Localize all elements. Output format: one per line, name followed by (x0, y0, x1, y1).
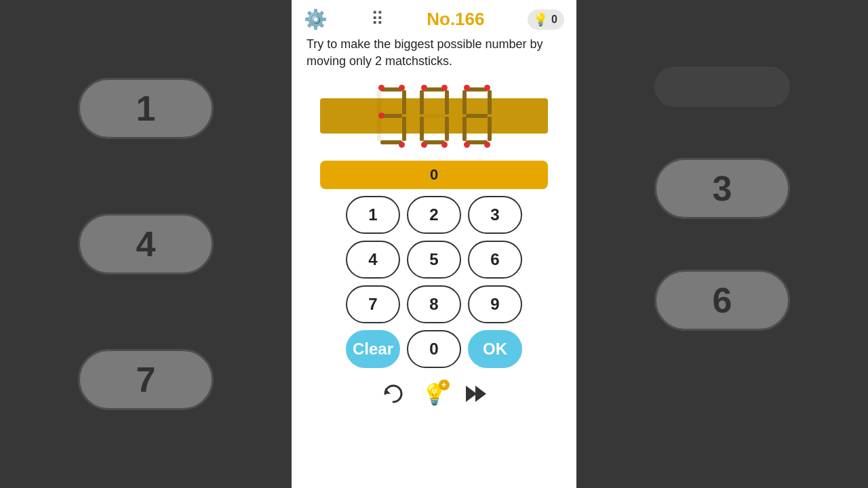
clear-button[interactable]: Clear (346, 330, 400, 368)
hint-count: 0 (551, 14, 557, 26)
svg-marker-2 (475, 386, 486, 402)
btn-8[interactable]: 8 (407, 285, 461, 323)
seg-bl-8 (462, 117, 467, 141)
bg-matchstick (654, 66, 790, 107)
matchstick-display (292, 75, 576, 157)
svg-marker-1 (466, 386, 477, 402)
btn-6[interactable]: 6 (468, 241, 522, 279)
seg-tl-0 (420, 90, 424, 115)
bg-left: 1 4 7 (0, 0, 292, 488)
seg-tr-8 (488, 90, 492, 115)
seg-tr-3 (402, 90, 406, 115)
digits-row (373, 87, 496, 145)
seg-tr-0 (445, 90, 449, 115)
seg-br-8 (488, 117, 492, 141)
numpad-row-3: 7 8 9 (346, 285, 522, 323)
dot (484, 142, 490, 148)
digit-0 (416, 87, 453, 145)
btn-4[interactable]: 4 (346, 241, 400, 279)
header: ⚙️ ⠿ No.166 💡 0 (292, 0, 576, 36)
numpad-row-4: Clear 0 OK (346, 330, 522, 368)
bg-num-3: 3 (654, 158, 790, 219)
numpad-row-2: 4 5 6 (346, 241, 522, 279)
add-hint-button[interactable]: 💡 + (422, 382, 447, 406)
seg-bl-0 (420, 117, 424, 141)
dot (399, 142, 405, 148)
bg-num-4: 4 (78, 214, 214, 274)
skip-button[interactable] (463, 382, 488, 406)
restart-button[interactable] (381, 382, 406, 406)
bg-num-7: 7 (78, 349, 214, 410)
btn-2[interactable]: 2 (407, 196, 461, 234)
dot (441, 85, 448, 91)
digit-3 (373, 87, 410, 145)
btn-5[interactable]: 5 (407, 241, 461, 279)
instruction-text: Try to make the biggest possible number … (292, 36, 576, 75)
bg-right: 3 6 (576, 0, 868, 488)
ok-button[interactable]: OK (468, 330, 522, 368)
dot (464, 142, 470, 148)
seg-tl-8 (462, 90, 467, 115)
dot (441, 142, 448, 148)
seg-bl-3 (377, 117, 381, 141)
skip-icon (463, 382, 488, 406)
dot (484, 85, 490, 91)
dot (464, 85, 470, 91)
dot (378, 85, 384, 91)
svg-marker-0 (385, 388, 391, 394)
numpad-row-1: 1 2 3 (346, 196, 522, 234)
plus-badge: + (439, 380, 450, 390)
bg-num-1: 1 (78, 78, 214, 139)
btn-3[interactable]: 3 (468, 196, 522, 234)
dot (378, 113, 384, 119)
puzzle-number: No.166 (427, 9, 484, 30)
btn-9[interactable]: 9 (468, 285, 522, 323)
digit-8 (458, 87, 496, 145)
seg-tl-3 (377, 90, 381, 115)
hint-bulb-icon: 💡 (533, 12, 548, 27)
btn-0[interactable]: 0 (407, 330, 461, 368)
seg-mid-0 (423, 114, 445, 118)
btn-1[interactable]: 1 (346, 196, 400, 234)
grid-icon[interactable]: ⠿ (371, 9, 384, 30)
seg-br-0 (445, 117, 449, 141)
settings-icon[interactable]: ⚙️ (304, 8, 328, 30)
bg-num-6: 6 (654, 270, 790, 331)
dot (421, 142, 427, 148)
hint-badge[interactable]: 💡 0 (528, 9, 564, 30)
restart-icon (381, 382, 406, 406)
center-panel: ⚙️ ⠿ No.166 💡 0 Try to make the biggest … (292, 0, 576, 488)
numpad: 1 2 3 4 5 6 7 8 9 Clear 0 OK (346, 196, 522, 368)
seg-mid-8 (466, 114, 488, 118)
action-bar: 💡 + (381, 382, 488, 406)
btn-7[interactable]: 7 (346, 285, 400, 323)
answer-bar: 0 (320, 161, 548, 189)
seg-br-3 (402, 117, 406, 141)
dot (399, 85, 405, 91)
dot (421, 85, 427, 91)
